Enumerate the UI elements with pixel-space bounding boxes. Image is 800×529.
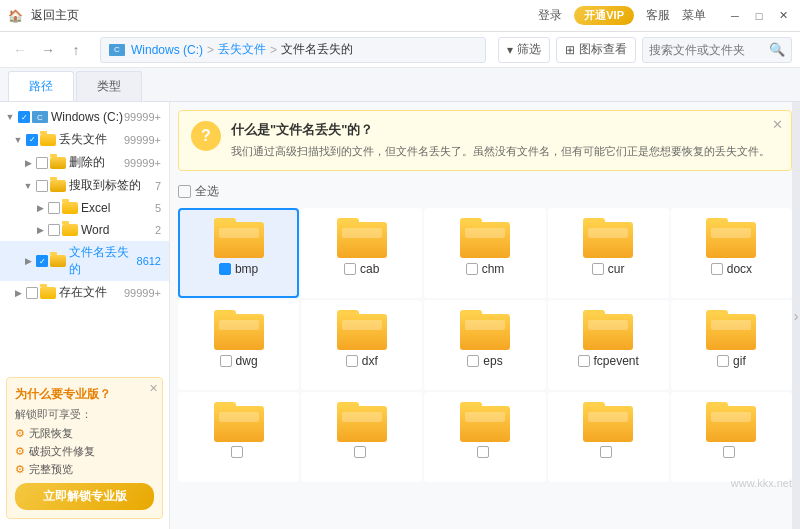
file-label-row [723, 446, 739, 458]
file-checkbox[interactable] [592, 263, 604, 275]
sidebar-item-nameless[interactable]: ▶ ✓ 文件名丢失的 8612 [0, 241, 169, 281]
file-checkbox[interactable] [466, 263, 478, 275]
file-checkbox[interactable] [477, 446, 489, 458]
home-button[interactable]: 🏠 返回主页 [8, 7, 79, 24]
file-label-row: bmp [219, 262, 258, 276]
expand-icon-existing: ▶ [12, 287, 24, 299]
lost-checkbox[interactable]: ✓ [26, 134, 38, 146]
file-checkbox[interactable] [711, 263, 723, 275]
file-grid: bmp cab [170, 204, 800, 530]
existing-label: 存在文件 [59, 284, 107, 301]
file-label-row: cab [344, 262, 379, 276]
promo-close-button[interactable]: ✕ [149, 382, 158, 395]
promo-box: ✕ 为什么要专业版？ 解锁即可享受： 无限恢复 破损文件修复 完整预览 立即解锁… [6, 377, 163, 519]
filter-button[interactable]: ▾ 筛选 [498, 37, 550, 63]
filter-icon: ▾ [507, 43, 513, 57]
sidebar-item-tagged[interactable]: ▼ 搜取到标签的 7 [0, 174, 169, 197]
sidebar-item-word[interactable]: ▶ Word 2 [0, 219, 169, 241]
deleted-checkbox[interactable] [36, 157, 48, 169]
sidebar-item-existing[interactable]: ▶ 存在文件 99999+ [0, 281, 169, 304]
file-checkbox[interactable] [354, 446, 366, 458]
edge-handle-icon: › [794, 308, 799, 324]
excel-label: Excel [81, 201, 110, 215]
file-item-extra1[interactable] [178, 392, 299, 482]
tab-path[interactable]: 路径 [8, 71, 74, 101]
file-checkbox[interactable] [219, 263, 231, 275]
info-close-button[interactable]: ✕ [772, 117, 783, 132]
toolbar: ← → ↑ C Windows (C:) > 丢失文件 > 文件名丢失的 ▾ 筛… [0, 32, 800, 68]
file-label-row [600, 446, 616, 458]
search-input[interactable] [649, 43, 769, 57]
file-label: eps [483, 354, 502, 368]
breadcrumb-sep-2: > [270, 43, 277, 57]
file-item-fcpevent[interactable]: fcpevent [548, 300, 669, 390]
file-item-extra2[interactable] [301, 392, 422, 482]
file-item-dxf[interactable]: dxf [301, 300, 422, 390]
expand-icon-lost: ▼ [12, 134, 24, 146]
tagged-count: 7 [155, 180, 165, 192]
file-checkbox[interactable] [344, 263, 356, 275]
file-checkbox[interactable] [467, 355, 479, 367]
breadcrumb-lost[interactable]: 丢失文件 [218, 41, 266, 58]
file-item-cur[interactable]: cur [548, 208, 669, 298]
login-button[interactable]: 登录 [538, 7, 562, 24]
file-item-gif[interactable]: gif [671, 300, 792, 390]
file-checkbox[interactable] [346, 355, 358, 367]
drive-checkbox[interactable]: ✓ [18, 111, 30, 123]
maximize-button[interactable]: □ [750, 7, 768, 25]
tab-type[interactable]: 类型 [76, 71, 142, 101]
word-checkbox[interactable] [48, 224, 60, 236]
file-checkbox[interactable] [717, 355, 729, 367]
file-item-dwg[interactable]: dwg [178, 300, 299, 390]
excel-count: 5 [155, 202, 165, 214]
breadcrumb-drive[interactable]: Windows (C:) [131, 43, 203, 57]
window-controls: ─ □ ✕ [726, 7, 792, 25]
excel-checkbox[interactable] [48, 202, 60, 214]
file-checkbox[interactable] [578, 355, 590, 367]
expand-icon-word: ▶ [34, 224, 46, 236]
sidebar-item-lost[interactable]: ▼ ✓ 丢失文件 99999+ [0, 128, 169, 151]
folder-icon-excel [62, 202, 78, 214]
view-button[interactable]: ⊞ 图标查看 [556, 37, 636, 63]
file-checkbox[interactable] [723, 446, 735, 458]
select-all-checkbox[interactable]: 全选 [178, 183, 219, 200]
drive-count: 99999+ [124, 111, 165, 123]
file-item-extra3[interactable] [424, 392, 545, 482]
file-checkbox[interactable] [220, 355, 232, 367]
file-checkbox[interactable] [600, 446, 612, 458]
file-item-chm[interactable]: chm [424, 208, 545, 298]
up-button[interactable]: ↑ [64, 38, 88, 62]
file-label-row: eps [467, 354, 502, 368]
tagged-checkbox[interactable] [36, 180, 48, 192]
file-item-extra4[interactable] [548, 392, 669, 482]
sidebar-item-drive[interactable]: ▼ ✓ C Windows (C:) 99999+ [0, 106, 169, 128]
file-item-docx[interactable]: docx [671, 208, 792, 298]
nameless-checkbox[interactable]: ✓ [36, 255, 48, 267]
sidebar-item-deleted[interactable]: ▶ 删除的 99999+ [0, 151, 169, 174]
close-button[interactable]: ✕ [774, 7, 792, 25]
folder-icon [583, 218, 633, 258]
menu-button[interactable]: 菜单 [682, 7, 706, 24]
file-label: chm [482, 262, 505, 276]
back-button[interactable]: ← [8, 38, 32, 62]
vip-button[interactable]: 开通VIP [574, 6, 634, 25]
file-label: gif [733, 354, 746, 368]
minimize-button[interactable]: ─ [726, 7, 744, 25]
grid-icon: ⊞ [565, 43, 575, 57]
file-checkbox[interactable] [231, 446, 243, 458]
lost-count: 99999+ [124, 134, 165, 146]
promo-subtitle: 解锁即可享受： [15, 407, 154, 422]
file-item-eps[interactable]: eps [424, 300, 545, 390]
edge-handle[interactable]: › [792, 102, 800, 529]
promo-upgrade-button[interactable]: 立即解锁专业版 [15, 483, 154, 510]
sidebar-item-excel[interactable]: ▶ Excel 5 [0, 197, 169, 219]
service-button[interactable]: 客服 [646, 7, 670, 24]
file-item-cab[interactable]: cab [301, 208, 422, 298]
home-icon: 🏠 [8, 9, 23, 23]
existing-checkbox[interactable] [26, 287, 38, 299]
search-icon[interactable]: 🔍 [769, 42, 785, 57]
expand-icon-deleted: ▶ [22, 157, 34, 169]
file-item-bmp[interactable]: bmp [178, 208, 299, 298]
file-item-extra5[interactable] [671, 392, 792, 482]
forward-button[interactable]: → [36, 38, 60, 62]
